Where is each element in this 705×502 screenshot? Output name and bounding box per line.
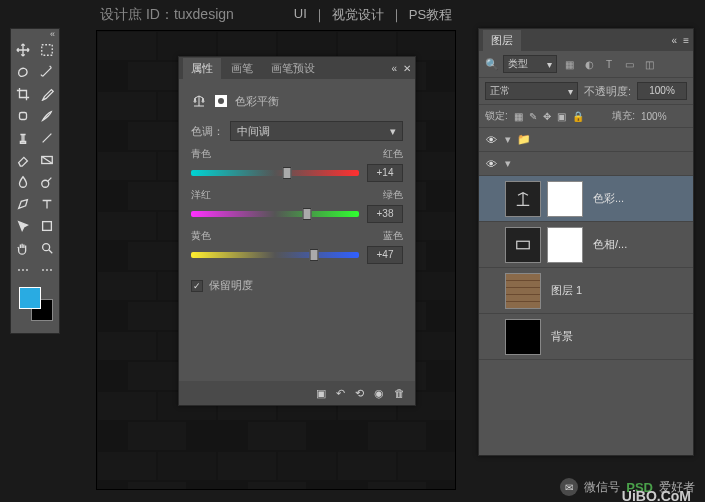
opacity-value[interactable]: 100%: [637, 82, 687, 100]
clip-icon[interactable]: ▣: [316, 387, 326, 400]
marquee-tool-icon[interactable]: [35, 39, 59, 61]
tab-brush-presets[interactable]: 画笔预设: [263, 58, 323, 79]
svg-rect-1: [20, 113, 27, 120]
type-tool-icon[interactable]: [35, 193, 59, 215]
filter-icon[interactable]: 🔍: [485, 58, 499, 71]
filter-adjust-icon[interactable]: ◐: [581, 57, 597, 72]
blur-tool-icon[interactable]: [11, 171, 35, 193]
lock-label: 锁定:: [485, 109, 508, 123]
layer-thumb[interactable]: [505, 319, 541, 355]
svg-rect-0: [42, 45, 53, 56]
filter-type-select[interactable]: 类型▾: [503, 55, 557, 73]
move-tool-icon[interactable]: [11, 39, 35, 61]
layer-name[interactable]: 色相/...: [593, 237, 627, 252]
eye-icon[interactable]: 👁: [483, 158, 499, 170]
zoom-tool-icon[interactable]: [35, 237, 59, 259]
slider2-value[interactable]: +38: [367, 205, 403, 223]
slider-handle[interactable]: [302, 208, 311, 220]
svg-rect-8: [517, 241, 530, 249]
balance-icon: [191, 93, 207, 109]
yellow-blue-slider[interactable]: [191, 252, 359, 258]
fill-label: 填充:: [612, 109, 635, 123]
blend-mode-select[interactable]: 正常▾: [485, 82, 578, 100]
edit-toolbar-icon[interactable]: ⋯: [35, 259, 59, 281]
stamp-tool-icon[interactable]: [11, 127, 35, 149]
layer-row[interactable]: 色相/...: [479, 222, 693, 268]
layer-row[interactable]: 背景: [479, 314, 693, 360]
site-tab-visual: 视觉设计: [332, 6, 384, 24]
dodge-tool-icon[interactable]: [35, 171, 59, 193]
lock-all-icon[interactable]: 🔒: [572, 111, 584, 122]
site-tab-ui: UI: [294, 6, 307, 24]
slider3-value[interactable]: +47: [367, 246, 403, 264]
history-brush-icon[interactable]: [35, 127, 59, 149]
magenta-green-slider[interactable]: [191, 211, 359, 217]
lock-artboard-icon[interactable]: ▣: [557, 111, 566, 122]
slider-handle[interactable]: [309, 249, 318, 261]
gradient-tool-icon[interactable]: [35, 149, 59, 171]
filter-type-icon[interactable]: T: [601, 57, 617, 72]
chevron-down-icon[interactable]: ▾: [505, 157, 511, 170]
layer-row[interactable]: 色彩...: [479, 176, 693, 222]
layer-group[interactable]: 👁 ▾: [479, 152, 693, 176]
slider-handle[interactable]: [282, 167, 291, 179]
prev-state-icon[interactable]: ↶: [336, 387, 345, 400]
panel-collapse-icon[interactable]: «: [672, 35, 678, 46]
layer-row[interactable]: 图层 1: [479, 268, 693, 314]
panel-collapse-icon[interactable]: «: [391, 63, 397, 74]
reset-icon[interactable]: ⟲: [355, 387, 364, 400]
layer-name[interactable]: 色彩...: [593, 191, 624, 206]
layer-group[interactable]: 👁 ▾ 📁: [479, 128, 693, 152]
designer-id: 设计庶 ID：tuxdesign: [100, 6, 234, 24]
delete-icon[interactable]: 🗑: [394, 387, 405, 399]
mask-thumb[interactable]: [547, 181, 583, 217]
filter-pixel-icon[interactable]: ▦: [561, 57, 577, 72]
lock-transparency-icon[interactable]: ▦: [514, 111, 523, 122]
healing-tool-icon[interactable]: [11, 105, 35, 127]
lasso-tool-icon[interactable]: [11, 61, 35, 83]
svg-point-7: [218, 98, 224, 104]
misc-tool-icon[interactable]: ⋯: [11, 259, 35, 281]
eraser-tool-icon[interactable]: [11, 149, 35, 171]
slider2-left: 洋红: [191, 188, 211, 202]
folder-icon: 📁: [517, 133, 531, 146]
slider1-value[interactable]: +14: [367, 164, 403, 182]
panel-menu-icon[interactable]: ≡: [683, 35, 689, 46]
lock-position-icon[interactable]: ✥: [543, 111, 551, 122]
adjustment-thumb[interactable]: [505, 227, 541, 263]
tab-brush[interactable]: 画笔: [223, 58, 261, 79]
opacity-label: 不透明度:: [584, 84, 631, 99]
eyedropper-tool-icon[interactable]: [35, 83, 59, 105]
wand-tool-icon[interactable]: [35, 61, 59, 83]
lock-pixels-icon[interactable]: ✎: [529, 111, 537, 122]
fg-swatch[interactable]: [19, 287, 41, 309]
pen-tool-icon[interactable]: [11, 193, 35, 215]
chevron-down-icon[interactable]: ▾: [505, 133, 511, 146]
shape-tool-icon[interactable]: [35, 215, 59, 237]
preserve-lum-checkbox[interactable]: ✓: [191, 280, 203, 292]
path-select-icon[interactable]: [11, 215, 35, 237]
layer-name[interactable]: 背景: [551, 329, 573, 344]
cyan-red-slider[interactable]: [191, 170, 359, 176]
fill-value[interactable]: 100%: [641, 111, 687, 122]
adjustment-thumb[interactable]: [505, 181, 541, 217]
toolbox-collapse[interactable]: «: [11, 29, 59, 39]
layer-name[interactable]: 图层 1: [551, 283, 582, 298]
panel-close-icon[interactable]: ✕: [403, 63, 411, 74]
crop-tool-icon[interactable]: [11, 83, 35, 105]
slider1-right: 红色: [383, 147, 403, 161]
eye-icon[interactable]: 👁: [483, 134, 499, 146]
color-swatches[interactable]: [11, 281, 59, 333]
tone-select[interactable]: 中间调▾: [230, 121, 403, 141]
hand-tool-icon[interactable]: [11, 237, 35, 259]
brush-tool-icon[interactable]: [35, 105, 59, 127]
svg-rect-4: [43, 222, 52, 231]
mask-thumb[interactable]: [547, 227, 583, 263]
layer-thumb[interactable]: [505, 273, 541, 309]
adjustment-title: 色彩平衡: [235, 94, 279, 109]
filter-smart-icon[interactable]: ◫: [641, 57, 657, 72]
tab-layers[interactable]: 图层: [483, 30, 521, 51]
filter-shape-icon[interactable]: ▭: [621, 57, 637, 72]
tab-properties[interactable]: 属性: [183, 58, 221, 79]
visibility-icon[interactable]: ◉: [374, 387, 384, 400]
